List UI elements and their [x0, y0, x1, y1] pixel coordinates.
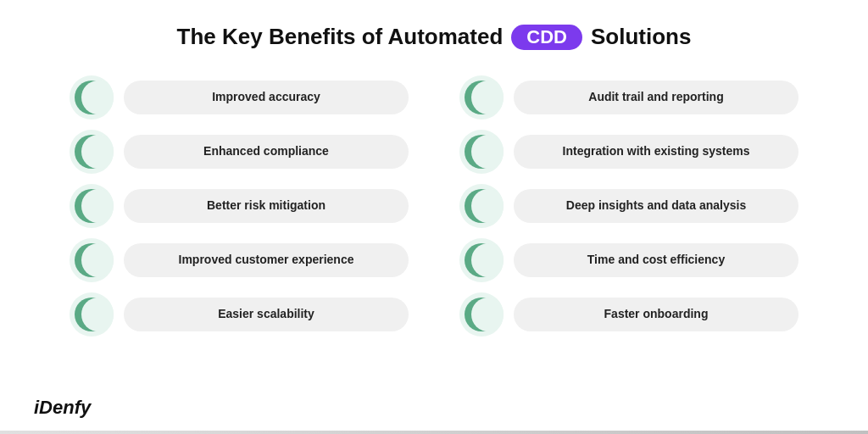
benefit-icon	[70, 75, 114, 120]
benefit-label: Easier scalability	[124, 298, 409, 331]
benefit-icon	[459, 184, 504, 228]
benefit-label: Time and cost efficiency	[514, 243, 798, 277]
benefit-label: Deep insights and data analysis	[514, 189, 798, 223]
benefit-item-right-1: Integration with existing systems	[459, 130, 798, 174]
benefit-label: Enhanced compliance	[124, 135, 409, 169]
benefits-grid: Improved accuracy Audit trail and report…	[70, 75, 798, 337]
benefit-label: Integration with existing systems	[514, 135, 798, 169]
benefit-item-left-1: Enhanced compliance	[70, 130, 409, 174]
cdd-badge: CDD	[511, 25, 582, 50]
page-wrapper: The Key Benefits of Automated CDD Soluti…	[0, 0, 868, 434]
benefit-icon	[459, 75, 504, 120]
benefit-label: Improved accuracy	[124, 81, 409, 114]
benefit-label: Better risk mitigation	[124, 189, 409, 223]
benefit-label: Improved customer experience	[124, 243, 409, 277]
benefit-item-left-3: Improved customer experience	[70, 238, 409, 282]
logo: iDenfy	[34, 397, 91, 419]
benefit-icon	[70, 184, 114, 228]
benefit-item-right-4: Faster onboarding	[459, 292, 798, 337]
benefit-icon	[459, 292, 504, 337]
benefit-item-right-0: Audit trail and reporting	[459, 75, 798, 120]
bottom-line	[0, 431, 868, 434]
title-prefix: The Key Benefits of Automated	[177, 24, 504, 50]
benefit-item-left-4: Easier scalability	[70, 292, 409, 337]
benefit-label: Faster onboarding	[514, 298, 798, 331]
benefit-icon	[459, 130, 504, 174]
benefit-item-left-0: Improved accuracy	[70, 75, 409, 120]
benefit-item-right-2: Deep insights and data analysis	[459, 184, 798, 228]
benefit-label: Audit trail and reporting	[514, 81, 798, 114]
benefit-icon	[70, 292, 114, 337]
benefit-icon	[70, 238, 114, 282]
benefit-icon	[459, 238, 504, 282]
page-title: The Key Benefits of Automated CDD Soluti…	[177, 24, 692, 50]
benefit-icon	[70, 130, 114, 174]
title-suffix: Solutions	[591, 24, 691, 50]
benefit-item-right-3: Time and cost efficiency	[459, 238, 798, 282]
benefit-item-left-2: Better risk mitigation	[70, 184, 409, 228]
